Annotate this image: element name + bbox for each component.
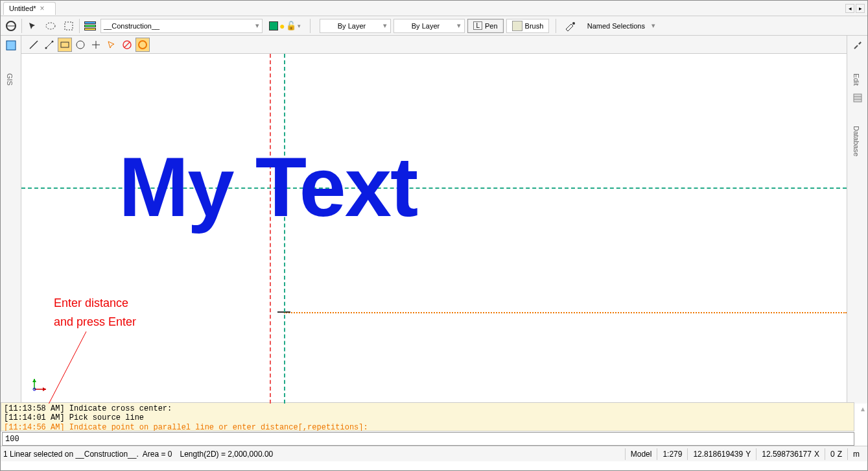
svg-rect-2 [65,22,73,30]
svg-point-8 [52,40,54,42]
drawing-canvas[interactable]: My Text Enter distance and press Enter [21,54,847,404]
edit-panel-label[interactable]: Edit [847,55,865,88]
parallel-preview-line [284,312,847,313]
svg-rect-16 [6,41,16,50]
svg-line-14 [124,42,130,47]
log-msg-3: Indicate point on parallel line or enter… [69,423,368,431]
no-symbol-button[interactable] [120,38,134,52]
tab-next-button[interactable]: ▸ [856,4,865,13]
close-icon[interactable]: × [40,4,45,13]
svg-point-1 [46,23,55,29]
layer-color-swatch[interactable] [269,21,278,30]
pen-prefix: L [473,21,482,30]
svg-point-15 [139,41,147,49]
cross-tool-button[interactable] [89,38,103,52]
status-coord-y-lbl: Y [745,450,751,459]
eyedropper-icon [565,21,576,30]
annotation-arrow [34,312,99,404]
svg-line-5 [30,41,38,49]
eyedropper-button[interactable] [563,18,578,34]
rectangle-tool-button[interactable] [58,38,72,52]
pen-label: Pen [485,22,498,30]
linestyle-label: By Layer [338,22,366,30]
database-panel-button[interactable] [850,91,865,105]
circle-tool-button[interactable] [73,38,88,52]
line-segment-button[interactable] [42,38,56,52]
edit-panel-button[interactable] [850,38,865,53]
status-units: m [847,448,865,460]
named-selections-dropdown[interactable]: Named Selections [581,19,659,33]
fill-circle-button[interactable] [135,38,150,52]
linestyle-dropdown[interactable]: By Layer [320,19,391,33]
document-tab[interactable]: Untitled* × [3,2,56,15]
svg-line-20 [41,332,86,404]
log-msg-2: Pick source line [69,413,144,422]
command-input-wrapper [2,432,854,446]
circle-icon [75,40,86,50]
log-scroll-up[interactable]: ▴ [861,404,865,413]
layers-button[interactable] [82,18,98,34]
database-panel-label[interactable]: Database [847,108,865,159]
svg-line-6 [46,42,53,48]
globe-tool-button[interactable] [3,18,19,34]
right-side-panel: Edit Database [847,36,867,404]
ellipse-dashed-icon [45,21,56,30]
measure-icon [106,40,117,50]
status-area: Area = 0 [143,450,172,459]
brush-label: Brush [525,22,544,30]
status-coord-x-val: 12.818619439 [693,450,743,459]
no-symbol-icon [122,40,132,50]
grid-icon [852,93,863,103]
named-selections-label: Named Selections [587,22,645,30]
status-z-lbl: Z [838,450,842,459]
svg-rect-17 [854,94,862,102]
layer-name-label: __Construction__ [104,22,159,30]
left-side-panel: GIS [1,36,21,404]
rectangle-icon [60,40,70,50]
gis-panel-label[interactable]: GIS [1,55,19,88]
log-time-1: [11:13:58 AM] [4,404,65,413]
ellipse-select-button[interactable] [43,18,58,34]
line-tool-button[interactable] [27,38,41,52]
status-bar: 1 Linear selected on __Construction__. A… [1,446,867,461]
rect-dashed-icon [64,21,73,30]
gis-panel-button[interactable] [4,38,18,53]
log-msg-1: Indicate cross center: [69,404,172,413]
ring-icon [5,20,17,32]
layer-dropdown[interactable]: __Construction__ [100,19,263,33]
rect-select-button[interactable] [61,18,76,34]
document-tab-title: Untitled* [9,5,36,12]
svg-rect-9 [61,42,69,47]
status-z-val: 0 [830,450,835,459]
cross-icon [91,40,101,50]
tab-prev-button[interactable]: ◂ [845,4,854,13]
canvas-text-object[interactable]: My Text [119,138,417,235]
svg-point-10 [76,41,84,49]
pen-button[interactable]: L Pen [467,19,503,33]
chevron-down-icon[interactable]: ▾ [298,23,301,29]
gis-icon [5,40,17,51]
fill-circle-icon [137,40,148,50]
annotation-line1: Enter distance [54,294,136,313]
command-input[interactable] [3,435,854,444]
pointer-icon [28,21,37,30]
bulb-icon[interactable]: ● [279,21,285,31]
status-model[interactable]: Model [625,448,657,460]
status-length: Length(2D) = 2,000,000.00 [180,450,274,459]
status-coord-x-lbl: X [814,450,819,459]
draw-toolbar [1,36,867,54]
command-log: [11:13:58 AM] Indicate cross center: [11… [1,402,854,431]
document-tab-bar: Untitled* × ◂ ▸ [1,1,867,16]
cursor-measure-button[interactable] [104,38,119,52]
pointer-tool-button[interactable] [25,18,40,34]
status-coord-y-val: 12.598736177 [762,450,812,459]
line-icon [29,40,39,50]
status-scale[interactable]: 1:279 [657,448,687,460]
brush-button[interactable]: Brush [506,19,550,33]
main-toolbar: __Construction__ ● 🔓 ▾ By Layer By Layer… [1,16,867,36]
lineweight-dropdown[interactable]: By Layer [393,19,465,33]
line-segment-icon [44,40,54,50]
lock-icon[interactable]: 🔓 [286,21,296,30]
log-time-2: [11:14:01 AM] [4,413,65,422]
lineweight-label: By Layer [412,22,440,30]
